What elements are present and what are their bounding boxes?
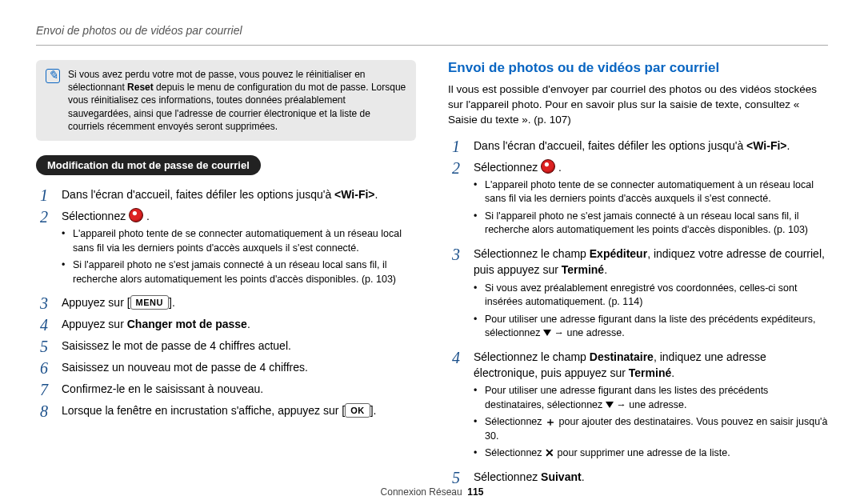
step-bullets: Pour utiliser une adresse figurant dans … <box>474 384 828 461</box>
step-number: 4 <box>448 349 464 366</box>
step-body: Dans l'écran d'accueil, faites défiler l… <box>474 138 828 154</box>
step: 5Saisissez le mot de passe de 4 chiffres… <box>36 338 416 354</box>
note-text: Si vous avez perdu votre mot de passe, v… <box>68 68 406 133</box>
step-number: 2 <box>36 208 52 225</box>
step-number: 5 <box>448 469 464 486</box>
footer-page: 115 <box>467 486 483 498</box>
step: 7Confirmez-le en le saisissant à nouveau… <box>36 381 416 398</box>
step-bullets: L'appareil photo tente de se connecter a… <box>474 178 828 238</box>
left-steps: 1Dans l'écran d'accueil, faites défiler … <box>36 186 416 419</box>
step: 3Appuyez sur [MENU]. <box>36 294 416 311</box>
step: 8Lorsque la fenêtre en incrustation s'af… <box>36 402 416 419</box>
step: 1Dans l'écran d'accueil, faites défiler … <box>448 138 828 154</box>
right-column: Envoi de photos ou de vidéos par courrie… <box>448 60 828 490</box>
step-number: 7 <box>36 381 52 398</box>
step-bullets: L'appareil photo tente de se connecter a… <box>62 227 416 286</box>
step-body: Sélectionnez Suivant. <box>474 469 828 485</box>
bullet: Pour utiliser une adresse figurant dans … <box>474 384 828 412</box>
step-body: Appuyez sur Changer mot de passe. <box>62 316 416 332</box>
ok-button-icon: OK <box>345 403 370 418</box>
bullet: Si vous avez préalablement enregistré vo… <box>474 282 828 310</box>
step-bullets: Si vous avez préalablement enregistré vo… <box>474 282 828 341</box>
chevron-down-icon <box>606 402 614 408</box>
bullet: Sélectionnez ＋ pour ajouter des destinat… <box>474 415 828 443</box>
step-body: Sélectionnez le champ Expéditeur, indiqu… <box>474 246 828 344</box>
app-icon <box>541 159 555 174</box>
bullet: L'appareil photo tente de se connecter a… <box>474 178 828 206</box>
plus-icon: ＋ <box>545 416 556 427</box>
step-number: 2 <box>448 159 464 176</box>
step-number: 4 <box>36 316 52 333</box>
step-body: Sélectionnez .L'appareil photo tente de … <box>62 208 416 290</box>
step-body: Lorsque la fenêtre en incrustation s'aff… <box>62 402 416 418</box>
step-number: 5 <box>36 338 52 354</box>
section-intro: Il vous est possible d'envoyer par courr… <box>448 82 828 128</box>
step-number: 1 <box>448 138 464 154</box>
step: 1Dans l'écran d'accueil, faites défiler … <box>36 186 416 203</box>
info-note: ✎ Si vous avez perdu votre mot de passe,… <box>36 60 416 141</box>
subsection-pill: Modification du mot de passe de courriel <box>36 155 261 175</box>
divider <box>36 45 828 46</box>
step-number: 3 <box>36 294 52 311</box>
step-body: Saisissez le mot de passe de 4 chiffres … <box>62 338 416 354</box>
step: 3Sélectionnez le champ Expéditeur, indiq… <box>448 246 828 344</box>
step: 5Sélectionnez Suivant. <box>448 469 828 486</box>
step-body: Saisissez un nouveau mot de passe de 4 c… <box>62 359 416 375</box>
step-number: 3 <box>448 246 464 262</box>
step-number: 8 <box>36 402 52 419</box>
bullet: Sélectionnez ✕ pour supprimer une adress… <box>474 446 828 461</box>
footer-section: Connexion Réseau <box>381 486 462 498</box>
bullet: L'appareil photo tente de se connecter a… <box>62 227 416 255</box>
step-body: Dans l'écran d'accueil, faites défiler l… <box>62 186 416 202</box>
step: 2Sélectionnez .L'appareil photo tente de… <box>448 159 828 241</box>
right-steps: 1Dans l'écran d'accueil, faites défiler … <box>448 138 828 486</box>
app-icon <box>129 208 143 222</box>
step-body: Confirmez-le en le saisissant à nouveau. <box>62 381 416 397</box>
page-footer: Connexion Réseau 115 <box>0 486 864 498</box>
step-body: Sélectionnez .L'appareil photo tente de … <box>474 159 828 241</box>
section-heading: Envoi de photos ou de vidéos par courrie… <box>448 60 828 76</box>
close-icon: ✕ <box>545 447 554 458</box>
columns: ✎ Si vous avez perdu votre mot de passe,… <box>36 60 828 490</box>
page-title: Envoi de photos ou de vidéos par courrie… <box>36 24 828 37</box>
menu-button-icon: MENU <box>130 295 169 310</box>
step-number: 6 <box>36 359 52 376</box>
left-column: ✎ Si vous avez perdu votre mot de passe,… <box>36 60 416 490</box>
step-body: Appuyez sur [MENU]. <box>62 294 416 310</box>
note-icon: ✎ <box>46 69 60 83</box>
chevron-down-icon <box>543 330 551 336</box>
step-number: 1 <box>36 186 52 203</box>
bullet: Pour utiliser une adresse figurant dans … <box>474 313 828 341</box>
step: 4Sélectionnez le champ Destinataire, ind… <box>448 349 828 464</box>
step-body: Sélectionnez le champ Destinataire, indi… <box>474 349 828 464</box>
bullet: Si l'appareil photo ne s'est jamais conn… <box>474 210 828 238</box>
step: 2Sélectionnez .L'appareil photo tente de… <box>36 208 416 290</box>
step: 4Appuyez sur Changer mot de passe. <box>36 316 416 333</box>
page: Envoi de photos ou de vidéos par courrie… <box>0 0 864 504</box>
bullet: Si l'appareil photo ne s'est jamais conn… <box>62 258 416 286</box>
step: 6Saisissez un nouveau mot de passe de 4 … <box>36 359 416 376</box>
